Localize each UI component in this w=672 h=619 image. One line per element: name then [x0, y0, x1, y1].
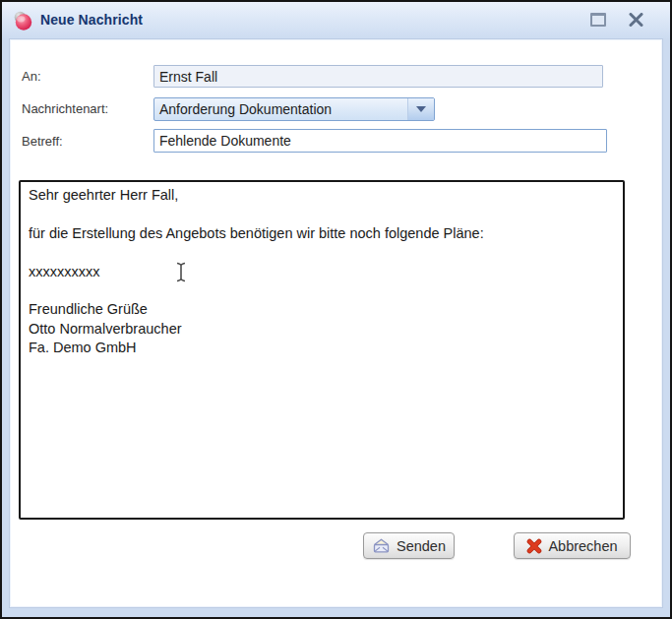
- to-label: An:: [22, 69, 41, 84]
- subject-field[interactable]: [153, 129, 607, 153]
- cancel-button[interactable]: Abbrechen: [514, 532, 631, 559]
- cancel-button-label: Abbrechen: [548, 538, 617, 554]
- app-sphere-icon: [12, 10, 33, 31]
- red-x-icon: [526, 538, 542, 554]
- subject-label: Betreff:: [22, 134, 63, 149]
- send-button-label: Senden: [397, 538, 446, 554]
- maximize-button[interactable]: [585, 8, 611, 31]
- to-field[interactable]: [153, 65, 603, 88]
- dropdown-arrow-button[interactable]: [407, 98, 434, 120]
- window-title: Neue Nachricht: [40, 12, 143, 28]
- close-button[interactable]: [623, 8, 648, 31]
- dialog-window: Neue Nachricht An: Nachrichtenart: Anfor…: [0, 0, 672, 619]
- maximize-icon: [590, 13, 606, 27]
- send-button[interactable]: Senden: [363, 532, 455, 559]
- message-body-field[interactable]: Sehr geehrter Herr Fall, für die Erstell…: [19, 180, 625, 520]
- close-icon: [629, 13, 643, 27]
- envelope-icon: [372, 538, 391, 553]
- message-type-value: Anforderung Dokumentation: [154, 101, 407, 117]
- message-type-dropdown[interactable]: Anforderung Dokumentation: [153, 97, 435, 121]
- message-type-label: Nachrichtenart:: [22, 101, 108, 116]
- dialog-content: An: Nachrichtenart: Anforderung Dokument…: [9, 38, 663, 608]
- titlebar[interactable]: Neue Nachricht: [2, 2, 670, 38]
- chevron-down-icon: [416, 106, 426, 112]
